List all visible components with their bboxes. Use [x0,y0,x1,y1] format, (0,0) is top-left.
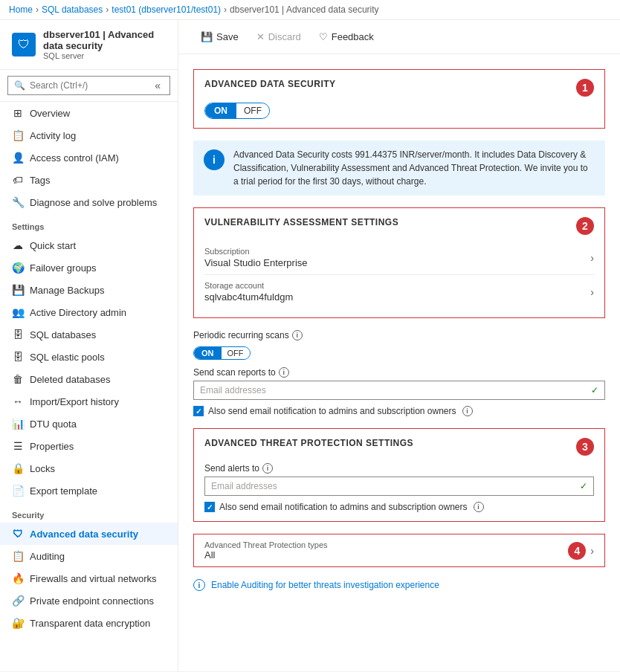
atp-types-value: All [204,549,328,560]
nav-item-auditing[interactable]: 📋 Auditing [0,545,178,567]
subscription-label: Subscription [204,247,308,256]
breadcrumb: Home › SQL databases › test01 (dbserver1… [0,0,620,20]
collapse-sidebar-button[interactable]: « [152,80,164,91]
nav-item[interactable]: 🏷 Tags [0,169,178,191]
nav-item-private-endpoints[interactable]: 🔗 Private endpoint connections [0,589,178,612]
atp-settings-title: ADVANCED THREAT PROTECTION SETTINGS [204,438,413,448]
app-logo: 🛡 [12,33,36,56]
atp-also-send-info-icon[interactable]: i [474,502,484,512]
nav-label-dtu: DTU quota [30,419,77,430]
access-control-icon: 👤 [12,152,24,164]
nav-label-advanced-security: Advanced data security [30,529,138,540]
properties-icon: ☰ [12,440,24,452]
ads-toggle[interactable]: ON OFF [204,103,270,119]
va-also-send-checkbox[interactable] [193,406,204,416]
toggle-on-label: ON [205,103,236,118]
breadcrumb-home[interactable]: Home [9,4,33,15]
scan-toggle-off: OFF [222,347,250,359]
nav-label-locks: Locks [30,463,55,474]
nav-item-sql-databases[interactable]: 🗄 SQL databases [0,323,178,346]
export-icon: 📄 [12,485,24,497]
locks-icon: 🔒 [12,462,24,474]
atp-also-send-row: Also send email notification to admins a… [204,502,594,512]
encryption-icon: 🔐 [12,617,24,629]
nav-label-auditing: Auditing [30,551,65,562]
security-section-label: Security [0,502,178,523]
feedback-icon: ♡ [319,31,328,42]
backups-icon: 💾 [12,284,24,296]
search-icon: 🔍 [14,80,25,91]
nav-item-advanced-security[interactable]: 🛡 Advanced data security [0,523,178,545]
va-section-title: VULNERABILITY ASSESSMENT SETTINGS [204,217,398,227]
private-endpoints-icon: 🔗 [12,595,24,607]
nav-item-dtu[interactable]: 📊 DTU quota [0,413,178,435]
nav-item-import-export[interactable]: ↔ Import/Export history [0,390,178,413]
nav-label-quick-start: Quick start [30,240,76,251]
atp-email-check-icon: ✓ [580,481,587,491]
advanced-security-icon: 🛡 [12,528,24,540]
nav-item[interactable]: ⊞ Overview [0,102,178,124]
nav-item-deleted[interactable]: 🗑 Deleted databases [0,368,178,390]
periodic-info-icon[interactable]: i [292,330,303,340]
atp-settings-section: ADVANCED THREAT PROTECTION SETTINGS 3 Se… [193,428,605,522]
overview-icon: ⊞ [12,107,24,119]
scan-email-placeholder: Email addresses [200,385,266,395]
nav-item-quick-start[interactable]: ☁ Quick start [0,234,178,256]
nav-item-encryption[interactable]: 🔐 Transparent data encryption [0,612,178,634]
search-input[interactable] [30,80,147,91]
nav-item-export[interactable]: 📄 Export template [0,479,178,502]
nav-item[interactable]: 👤 Access control (IAM) [0,146,178,169]
periodic-label: Periodic recurring scans i [193,330,605,340]
storage-row[interactable]: Storage account sqlvabc4tum4fuldgm › [204,275,594,308]
atp-email-input[interactable]: Email addresses ✓ [204,476,594,496]
nav-item-active-directory[interactable]: 👥 Active Directory admin [0,301,178,323]
feedback-button[interactable]: ♡ Feedback [311,28,381,46]
nav-item-properties[interactable]: ☰ Properties [0,435,178,457]
nav-item-firewalls[interactable]: 🔥 Firewalls and virtual networks [0,567,178,589]
sql-elastic-icon: 🗄 [12,351,24,363]
tags-icon: 🏷 [12,174,24,186]
nav-label-overview: Overview [30,108,70,119]
scan-toggle[interactable]: ON OFF [193,346,251,360]
send-alerts-label: Send alerts to i [204,463,594,474]
nav-item-failover[interactable]: 🌍 Failover groups [0,256,178,279]
atp-also-send-checkbox[interactable] [204,502,215,512]
step-1-badge: 1 [576,79,594,97]
send-alerts-info-icon[interactable]: i [262,463,273,474]
nav-item-locks[interactable]: 🔒 Locks [0,457,178,479]
nav-item[interactable]: 📋 Activity log [0,124,178,146]
breadcrumb-test01[interactable]: test01 (dbserver101/test01) [112,4,221,15]
subscription-row[interactable]: Subscription Visual Studio Enterprise › [204,241,594,275]
discard-button[interactable]: ✕ Discard [249,28,309,46]
nav-item-sql-elastic[interactable]: 🗄 SQL elastic pools [0,346,178,368]
atp-types-row[interactable]: Advanced Threat Protection types All 4 › [193,534,605,567]
breadcrumb-sql-databases[interactable]: SQL databases [42,4,103,15]
nav-label-diagnose: Diagnose and solve problems [30,197,157,208]
info-banner: i Advanced Data Security costs 991.44375… [193,140,605,196]
sidebar-title: dbserver101 | Advanced data security [43,29,166,51]
info-banner-text: Advanced Data Security costs 991.44375 I… [233,148,595,188]
nav-label-firewalls: Firewalls and virtual networks [30,573,157,584]
auditing-link[interactable]: Enable Auditing for better threats inves… [211,580,439,590]
save-button[interactable]: 💾 Save [193,28,246,46]
storage-label: Storage account [204,281,293,290]
nav-item-backups[interactable]: 💾 Manage Backups [0,279,178,301]
va-also-send-row: Also send email notification to admins a… [193,406,605,416]
va-also-send-info-icon[interactable]: i [462,406,473,416]
ads-section-title: ADVANCED DATA SECURITY [204,79,336,89]
nav-item[interactable]: 🔧 Diagnose and solve problems [0,191,178,213]
nav-label-active-directory: Active Directory admin [30,307,126,318]
auditing-icon: 📋 [12,550,24,562]
info-icon: i [204,149,225,170]
atp-email-placeholder: Email addresses [211,481,277,491]
send-reports-info-icon[interactable]: i [279,367,289,378]
storage-value: sqlvabc4tum4fuldgm [204,291,293,303]
diagnose-icon: 🔧 [12,196,24,208]
nav-label-sql-elastic: SQL elastic pools [30,352,105,363]
nav-label-deleted: Deleted databases [30,374,110,385]
sidebar-header: 🛡 dbserver101 | Advanced data security S… [0,20,178,70]
sidebar-subtitle: SQL server [43,51,166,60]
breadcrumb-current: dbserver101 | Advanced data security [230,4,379,15]
scan-email-input[interactable]: Email addresses ✓ [193,381,605,400]
storage-chevron-icon: › [590,286,594,298]
